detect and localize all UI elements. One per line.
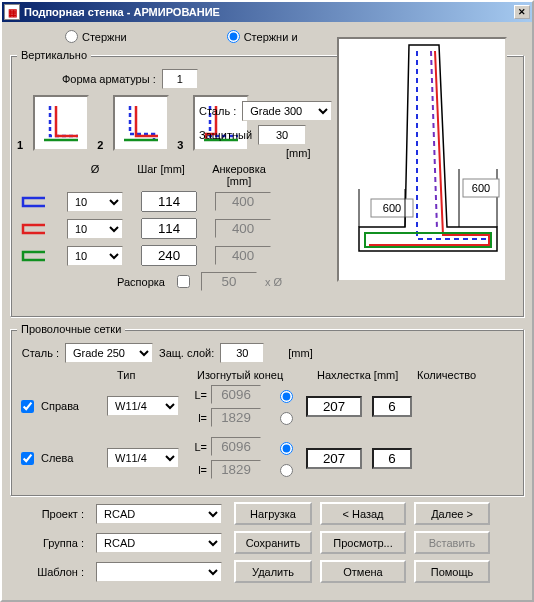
strut-label: Распорка [117, 276, 165, 288]
project-label: Проект : [20, 508, 88, 520]
mesh-left-bend-l[interactable] [280, 464, 293, 477]
mesh-l-label: l= [189, 412, 207, 424]
bar-icon-green [17, 249, 49, 263]
mesh-steel-select[interactable]: Grade 250 [65, 343, 153, 363]
mesh-right-bend-L[interactable] [280, 390, 293, 403]
group-label: Группа : [20, 537, 88, 549]
mode-bars-and[interactable]: Стержни и [227, 30, 298, 43]
window-title: Подпорная стенка - АРМИРОВАНИЕ [24, 6, 514, 18]
vertical-group: Вертикально Форма арматуры : 1 2 [10, 49, 524, 317]
mesh-right-bend-l[interactable] [280, 412, 293, 425]
mesh-left-checkbox[interactable] [21, 452, 34, 465]
cover-label: Защитный [199, 129, 252, 141]
mesh-right-label: Справа [41, 400, 79, 412]
anchor-1 [215, 192, 271, 211]
template-label: Шаблон : [20, 566, 88, 578]
cancel-button[interactable]: Отмена [320, 560, 406, 583]
mode-bars-radio[interactable] [65, 30, 78, 43]
dia-2[interactable]: 10 [67, 219, 123, 239]
mesh-col-lap: Нахлестка [mm] [317, 369, 417, 381]
mesh-right-L [211, 385, 261, 404]
mesh-left-lap[interactable] [306, 448, 362, 469]
mesh-left-L [211, 437, 261, 456]
steel-select[interactable]: Grade 300 [242, 101, 332, 121]
strut-check[interactable] [177, 275, 190, 288]
anchor-3 [215, 246, 271, 265]
mesh-L-label2: L= [189, 441, 207, 453]
steel-label: Сталь : [199, 105, 236, 117]
vertical-legend: Вертикально [17, 49, 91, 61]
group-select[interactable]: RCAD [96, 533, 222, 553]
svg-text:600: 600 [383, 202, 401, 214]
mesh-right-l [211, 408, 261, 427]
mesh-col-bent: Изогнутый конец [197, 369, 317, 381]
delete-button[interactable]: Удалить [234, 560, 312, 583]
anchor-2 [215, 219, 271, 238]
cover-input[interactable] [258, 125, 306, 145]
mode-barsand-label: Стержни и [244, 31, 298, 43]
mesh-left-qty[interactable] [372, 448, 412, 469]
mesh-left-chk[interactable]: Слева [17, 449, 97, 468]
bar-icon-red [17, 222, 49, 236]
mesh-right-qty[interactable] [372, 396, 412, 417]
mesh-steel-label: Сталь : [17, 347, 59, 359]
mesh-col-type: Тип [117, 369, 197, 381]
bar-icon-blue [17, 195, 49, 209]
bottom-controls: Проект : RCAD Нагрузка < Назад Далее > Г… [10, 502, 524, 583]
wall-diagram: 600 600 [337, 37, 507, 282]
strut-value [201, 272, 257, 291]
save-button[interactable]: Сохранить [234, 531, 312, 554]
mesh-mm: [mm] [288, 347, 312, 359]
col-step: Шаг [mm] [123, 163, 199, 187]
mesh-left-label: Слева [41, 452, 73, 464]
close-icon[interactable]: ✕ [514, 5, 530, 19]
preview-button[interactable]: Просмотр... [320, 531, 406, 554]
mesh-legend: Проволочные сетки [17, 323, 125, 335]
step-1[interactable] [141, 191, 197, 212]
mesh-cover-label: Защ. слой: [159, 347, 214, 359]
strut-mult: x Ø [265, 276, 282, 288]
col-anchor: Анкеровка [mm] [199, 163, 279, 187]
mesh-l-label2: l= [189, 464, 207, 476]
mode-barsand-radio[interactable] [227, 30, 240, 43]
next-button[interactable]: Далее > [414, 502, 490, 525]
title-bar: ▦ Подпорная стенка - АРМИРОВАНИЕ ✕ [2, 2, 532, 22]
form-value-input[interactable] [162, 69, 198, 89]
form-label: Форма арматуры : [62, 73, 156, 85]
mesh-right-chk[interactable]: Справа [17, 397, 97, 416]
col-dia: Ø [67, 163, 123, 187]
mesh-right-type[interactable]: W11/4 [107, 396, 179, 416]
dia-3[interactable]: 10 [67, 246, 123, 266]
mesh-cover-input[interactable] [220, 343, 264, 363]
mode-bars-label: Стержни [82, 31, 127, 43]
svg-text:600: 600 [472, 182, 490, 194]
project-select[interactable]: RCAD [96, 504, 222, 524]
step-2[interactable] [141, 218, 197, 239]
mesh-left: Слева W11/4 L= l= [17, 437, 517, 479]
step-3[interactable] [141, 245, 197, 266]
mesh-right-checkbox[interactable] [21, 400, 34, 413]
cover-mm: [mm] [286, 147, 341, 159]
mesh-col-qty: Количество [417, 369, 497, 381]
help-button[interactable]: Помощь [414, 560, 490, 583]
mode-bars[interactable]: Стержни [65, 30, 127, 43]
template-select[interactable] [96, 562, 222, 582]
insert-button: Вставить [414, 531, 490, 554]
back-button[interactable]: < Назад [320, 502, 406, 525]
mesh-right: Справа W11/4 L= l= [17, 385, 517, 427]
mesh-left-bend-L[interactable] [280, 442, 293, 455]
mesh-left-type[interactable]: W11/4 [107, 448, 179, 468]
mesh-L-label: L= [189, 389, 207, 401]
load-button[interactable]: Нагрузка [234, 502, 312, 525]
app-icon: ▦ [4, 4, 20, 20]
mesh-left-l [211, 460, 261, 479]
dia-1[interactable]: 10 [67, 192, 123, 212]
mesh-right-lap[interactable] [306, 396, 362, 417]
mesh-group: Проволочные сетки Сталь : Grade 250 Защ.… [10, 323, 524, 496]
